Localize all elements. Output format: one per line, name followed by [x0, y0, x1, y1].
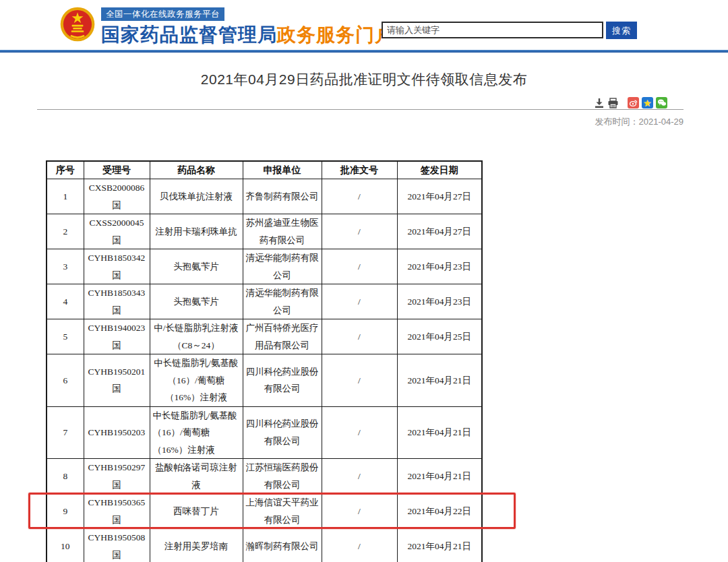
table-row: 5CYHB1940023国中/长链脂肪乳注射液（C8～24）广州百特侨光医疗用品… [47, 319, 482, 354]
cell-applicant: 四川科伦药业股份有限公司 [243, 354, 322, 407]
table-row: 3CYHB1850342国头孢氨苄片清远华能制药有限公司/2021年04月23日 [47, 249, 482, 284]
table-row: 4CYHB1850343国头孢氨苄片清远华能制药有限公司/2021年04月23日 [47, 284, 482, 319]
cell-drug-name: 中/长链脂肪乳注射液（C8～24） [150, 319, 243, 354]
cell-serial: 10 [47, 529, 84, 562]
cell-applicant: 瀚晖制药有限公司 [243, 529, 322, 562]
column-header: 序号 [47, 161, 84, 179]
cell-drug-name: 中长链脂肪乳/氨基酸（16）/葡萄糖（16%）注射液 [150, 354, 243, 407]
table-row: 9CYHB1950365国西咪替丁片上海信谊天平药业有限公司/2021年04月2… [47, 494, 482, 529]
cell-acceptance-no: CXSS2000045国 [84, 214, 150, 249]
wechat-share-icon[interactable] [656, 97, 667, 108]
cell-issue-date: 2021年04月27日 [397, 179, 482, 214]
favorite-share-icon[interactable]: ★ [642, 97, 653, 108]
table-row: 1CXSB2000086国贝伐珠单抗注射液齐鲁制药有限公司/2021年04月27… [47, 179, 482, 214]
cell-issue-date: 2021年04月21日 [397, 354, 482, 407]
cell-serial: 5 [47, 319, 84, 354]
cell-drug-name: 西咪替丁片 [150, 494, 243, 529]
cell-approval-no: / [322, 214, 397, 249]
star-glyph: ★ [643, 98, 652, 108]
cell-applicant: 齐鲁制药有限公司 [243, 179, 322, 214]
cell-drug-name: 头孢氨苄片 [150, 284, 243, 319]
cell-approval-no: / [322, 249, 397, 284]
column-header: 药品名称 [150, 161, 243, 179]
header-divider [0, 50, 728, 53]
cell-approval-no: / [322, 529, 397, 562]
title-separator [37, 109, 684, 110]
publish-time: 发布时间：2021-04-29 [37, 116, 684, 128]
cell-acceptance-no: CYHB1950508国 [84, 529, 150, 562]
cell-drug-name: 贝伐珠单抗注射液 [150, 179, 243, 214]
cell-drug-name: 注射用卡瑞利珠单抗 [150, 214, 243, 249]
cell-approval-no: / [322, 319, 397, 354]
table-row: 10CYHB1950508国注射用美罗培南瀚晖制药有限公司/2021年04月21… [47, 529, 482, 562]
national-emblem-icon [59, 6, 96, 42]
cell-approval-no: / [322, 494, 397, 529]
table-body: 1CXSB2000086国贝伐珠单抗注射液齐鲁制药有限公司/2021年04月27… [47, 179, 482, 562]
cell-approval-no: / [322, 406, 397, 459]
cell-approval-no: / [322, 354, 397, 407]
cell-serial: 8 [47, 459, 84, 494]
table-header-row: 序号受理号药品名称申报单位批准文号签发日期 [47, 161, 482, 179]
cell-issue-date: 2021年04月21日 [397, 459, 482, 494]
cell-acceptance-no: CYHB1850343国 [84, 284, 150, 319]
table-row: 6CYHB1950201国中长链脂肪乳/氨基酸（16）/葡萄糖（16%）注射液四… [47, 354, 482, 407]
cell-applicant: 清远华能制药有限公司 [243, 284, 322, 319]
page-title: 2021年04月29日药品批准证明文件待领取信息发布 [0, 70, 728, 89]
cell-serial: 7 [47, 406, 84, 459]
cell-drug-name: 盐酸帕洛诺司琼注射液 [150, 459, 243, 494]
column-header: 签发日期 [397, 161, 482, 179]
cell-approval-no: / [322, 179, 397, 214]
site-title-secondary: 政务服务门户 [277, 24, 394, 45]
cell-issue-date: 2021年04月23日 [397, 249, 482, 284]
cell-serial: 9 [47, 494, 84, 529]
search-button[interactable]: 搜索 [606, 22, 637, 39]
column-header: 申报单位 [243, 161, 322, 179]
cell-serial: 1 [47, 179, 84, 214]
cell-issue-date: 2021年04月23日 [397, 284, 482, 319]
cell-issue-date: 2021年04月25日 [397, 319, 482, 354]
approvals-table: 序号受理号药品名称申报单位批准文号签发日期 1CXSB2000086国贝伐珠单抗… [46, 160, 483, 562]
search-input[interactable] [382, 22, 603, 38]
table-row: 8CYHB1950297国盐酸帕洛诺司琼注射液江苏恒瑞医药股份有限公司/2021… [47, 459, 482, 494]
cell-applicant: 四川科伦药业股份有限公司 [243, 406, 322, 459]
national-emblem-logo[interactable] [59, 6, 96, 42]
cell-acceptance-no: CYHB1950365国 [84, 494, 150, 529]
cell-applicant: 广州百特侨光医疗用品有限公司 [243, 319, 322, 354]
cell-acceptance-no: CYHB1850342国 [84, 249, 150, 284]
cell-applicant: 江苏恒瑞医药股份有限公司 [243, 459, 322, 494]
cell-issue-date: 2021年04月21日 [397, 529, 482, 562]
table-wrapper: 序号受理号药品名称申报单位批准文号签发日期 1CXSB2000086国贝伐珠单抗… [46, 160, 481, 562]
article-toolbar: ★ [593, 96, 674, 109]
cell-approval-no: / [322, 459, 397, 494]
site-title: 国家药品监督管理局政务服务门户 [101, 22, 394, 48]
page: 全国一体化在线政务服务平台 国家药品监督管理局政务服务门户 搜索 2021年04… [0, 0, 728, 562]
brand-block: 全国一体化在线政务服务平台 国家药品监督管理局政务服务门户 [101, 7, 394, 48]
cell-acceptance-no: CYHB1950297国 [84, 459, 150, 494]
weibo-share-icon[interactable] [628, 97, 639, 108]
site-title-primary: 国家药品监督管理局 [101, 24, 277, 45]
cell-approval-no: / [322, 284, 397, 319]
cell-applicant: 苏州盛迪亚生物医药有限公司 [243, 214, 322, 249]
cell-acceptance-no: CYHB1950203 [84, 406, 150, 459]
cell-acceptance-no: CYHB1940023国 [84, 319, 150, 354]
cell-acceptance-no: CYHB1950201国 [84, 354, 150, 407]
cell-applicant: 上海信谊天平药业有限公司 [243, 494, 322, 529]
site-header: 全国一体化在线政务服务平台 国家药品监督管理局政务服务门户 搜索 [0, 0, 728, 50]
cell-serial: 6 [47, 354, 84, 407]
cell-applicant: 清远华能制药有限公司 [243, 249, 322, 284]
cell-acceptance-no: CXSB2000086国 [84, 179, 150, 214]
download-icon[interactable] [593, 97, 605, 108]
column-header: 批准文号 [322, 161, 397, 179]
platform-badge: 全国一体化在线政务服务平台 [101, 7, 224, 21]
cell-serial: 4 [47, 284, 84, 319]
table-row: 7CYHB1950203中长链脂肪乳/氨基酸（16）/葡萄糖（16%）注射液四川… [47, 406, 482, 459]
print-icon[interactable] [607, 97, 619, 108]
table-row: 2CXSS2000045国注射用卡瑞利珠单抗苏州盛迪亚生物医药有限公司/2021… [47, 214, 482, 249]
column-header: 受理号 [84, 161, 150, 179]
cell-drug-name: 注射用美罗培南 [150, 529, 243, 562]
cell-issue-date: 2021年04月22日 [397, 494, 482, 529]
cell-issue-date: 2021年04月21日 [397, 406, 482, 459]
cell-serial: 3 [47, 249, 84, 284]
search-area: 搜索 [382, 21, 637, 39]
cell-issue-date: 2021年04月27日 [397, 214, 482, 249]
